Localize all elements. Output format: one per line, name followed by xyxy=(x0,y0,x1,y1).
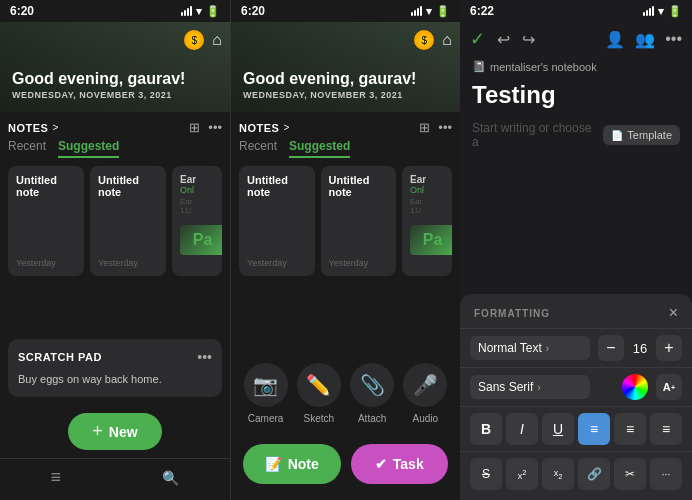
hero-greeting-p2: Good evening, gaurav! xyxy=(243,70,416,88)
link-button[interactable]: 🔗 xyxy=(578,458,610,490)
subscript-icon: x2 xyxy=(554,468,563,481)
search-icon-nav[interactable]: 🔍 xyxy=(162,470,179,486)
camera-label: Camera xyxy=(248,413,284,424)
scissors-icon: ✂ xyxy=(625,467,635,481)
menu-icon[interactable]: ≡ xyxy=(51,467,62,488)
color-picker-icon[interactable] xyxy=(622,374,648,400)
notes-arrow-p2[interactable]: > xyxy=(283,122,289,133)
attach-label: Attach xyxy=(358,413,386,424)
font-size-control: − 16 + xyxy=(598,335,682,361)
note-button[interactable]: 📝 Note xyxy=(243,444,341,484)
note-card-date-p2-2: Yesterday xyxy=(329,258,389,268)
note-card-date-p2-1: Yesterday xyxy=(247,258,307,268)
note-card-p2-1[interactable]: Untitled note Yesterday xyxy=(239,166,315,276)
editor-body[interactable]: Start writing or choose a 📄 Template xyxy=(460,117,692,294)
font-size-value: 16 xyxy=(630,341,650,356)
scissors-button[interactable]: ✂ xyxy=(614,458,646,490)
note-card-date-1: Yesterday xyxy=(16,258,76,268)
undo-icon[interactable]: ↩ xyxy=(497,30,510,49)
superscript-button[interactable]: x2 xyxy=(506,458,538,490)
note-card-1[interactable]: Untitled note Yesterday xyxy=(8,166,84,276)
home-icon[interactable]: ⌂ xyxy=(212,31,222,49)
italic-button[interactable]: I xyxy=(506,413,538,445)
note-card-stub-p2[interactable]: Ear Onl Ear 11/ Pa xyxy=(402,166,452,276)
notes-title-row-p2: NOTES > xyxy=(239,122,289,134)
template-button[interactable]: 📄 Template xyxy=(603,125,680,145)
text-style-select[interactable]: Normal Text › xyxy=(470,336,590,360)
notes-header-p2: NOTES > ⊞ ••• xyxy=(239,112,452,139)
notebook-label: 📓 mentaliser's notebook xyxy=(460,56,692,77)
tab-suggested-p2[interactable]: Suggested xyxy=(289,139,350,158)
notes-section-p2: NOTES > ⊞ ••• Recent Suggested Untitled … xyxy=(231,112,460,347)
home-icon-p2[interactable]: ⌂ xyxy=(442,31,452,49)
attach-sketch[interactable]: ✏️ Sketch xyxy=(297,363,341,424)
font-size-plus[interactable]: + xyxy=(656,335,682,361)
hero-banner-p1: $ ⌂ Good evening, gaurav! WEDNESDAY, NOV… xyxy=(0,22,230,112)
attach-icon: 📎 xyxy=(350,363,394,407)
status-icons-p1: ▾ 🔋 xyxy=(181,5,220,18)
new-btn-label: New xyxy=(109,424,138,440)
new-button[interactable]: + New xyxy=(68,413,161,450)
font-size-icon[interactable]: A+ xyxy=(656,374,682,400)
formatting-header: FORMATTING × xyxy=(460,294,692,329)
note-card-2[interactable]: Untitled note Yesterday xyxy=(90,166,166,276)
tab-recent-p1[interactable]: Recent xyxy=(8,139,46,158)
formatting-close-btn[interactable]: × xyxy=(669,304,678,322)
subscript-button[interactable]: x2 xyxy=(542,458,574,490)
share-icon[interactable]: 👤 xyxy=(605,30,625,49)
collab-icon[interactable]: 👥 xyxy=(635,30,655,49)
more-icon-notes[interactable]: ••• xyxy=(208,120,222,135)
font-family-select[interactable]: Sans Serif › xyxy=(470,375,590,399)
new-note-icon-p2[interactable]: ⊞ xyxy=(419,120,430,135)
more-icon-notes-p2[interactable]: ••• xyxy=(438,120,452,135)
editor-title-text[interactable]: Testing xyxy=(472,81,556,108)
tab-suggested-p1[interactable]: Suggested xyxy=(58,139,119,158)
tab-recent-p2[interactable]: Recent xyxy=(239,139,277,158)
coin-icon-p2: $ xyxy=(414,30,434,50)
attach-camera[interactable]: 📷 Camera xyxy=(244,363,288,424)
signal-icon-p3 xyxy=(643,6,654,16)
task-btn-label: Task xyxy=(393,456,424,472)
template-btn-text: Template xyxy=(627,129,672,141)
panel-editor: 6:22 ▾ 🔋 ✓ ↩ ↪ 👤 👥 ••• 📓 mentaliser's no… xyxy=(460,0,692,500)
new-note-icon[interactable]: ⊞ xyxy=(189,120,200,135)
hero-icons-p1: $ ⌂ xyxy=(184,30,222,50)
align-left-button[interactable]: ≡ xyxy=(614,413,646,445)
attach-toolbar: 📷 Camera ✏️ Sketch 📎 Attach 🎤 Audio xyxy=(231,347,460,436)
strikethrough-button[interactable]: S xyxy=(470,458,502,490)
underline-button[interactable]: U xyxy=(542,413,574,445)
redo-icon[interactable]: ↪ xyxy=(522,30,535,49)
note-card-stub-p1[interactable]: Ear Onl Ear 11/ Pa xyxy=(172,166,222,276)
formatting-panel: FORMATTING × Normal Text › − 16 + Sans S… xyxy=(460,294,692,500)
coin-icon: $ xyxy=(184,30,204,50)
task-button[interactable]: ✔ Task xyxy=(351,444,449,484)
note-card-title-2: Untitled note xyxy=(98,174,158,198)
note-card-date-2: Yesterday xyxy=(98,258,158,268)
notes-arrow-p1[interactable]: > xyxy=(52,122,58,133)
panel-home-main: 6:20 ▾ 🔋 $ ⌂ Good evening, gaurav! WEDNE… xyxy=(0,0,230,500)
attach-file[interactable]: 📎 Attach xyxy=(350,363,394,424)
confirm-icon[interactable]: ✓ xyxy=(470,28,485,50)
scratch-more-icon[interactable]: ••• xyxy=(197,349,212,365)
strikethrough-icon: S xyxy=(482,467,490,481)
editor-top-right: 👤 👥 ••• xyxy=(605,30,682,49)
notes-title-p2: NOTES xyxy=(239,122,279,134)
note-btn-label: Note xyxy=(288,456,319,472)
formatting-row-bold: B I U ≡ ≡ ≡ xyxy=(460,407,692,452)
wifi-icon-p2: ▾ xyxy=(426,5,432,18)
align-right-button[interactable]: ≡ xyxy=(650,413,682,445)
attach-audio[interactable]: 🎤 Audio xyxy=(403,363,447,424)
bold-button[interactable]: B xyxy=(470,413,502,445)
more-format-button[interactable]: ··· xyxy=(650,458,682,490)
bottom-nav-p1: ≡ 🔍 xyxy=(0,458,230,500)
font-size-minus[interactable]: − xyxy=(598,335,624,361)
task-btn-icon: ✔ xyxy=(375,456,387,472)
notes-header-p1: NOTES > ⊞ ••• xyxy=(8,112,222,139)
note-card-p2-2[interactable]: Untitled note Yesterday xyxy=(321,166,397,276)
status-bar-p3: 6:22 ▾ 🔋 xyxy=(460,0,692,22)
battery-icon-p3: 🔋 xyxy=(668,5,682,18)
more-icon-editor[interactable]: ••• xyxy=(665,30,682,48)
align-center-button[interactable]: ≡ xyxy=(578,413,610,445)
wifi-icon: ▾ xyxy=(196,5,202,18)
note-cards-p1: Untitled note Yesterday Untitled note Ye… xyxy=(8,166,222,276)
